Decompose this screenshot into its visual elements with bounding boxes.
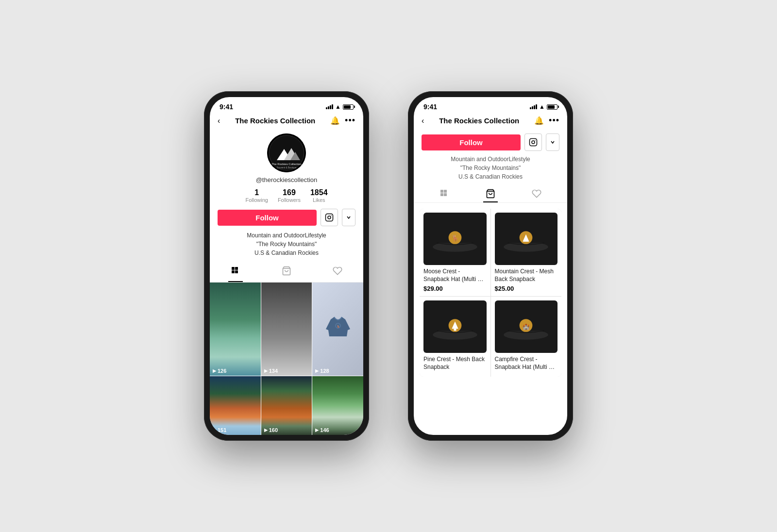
shop-tab-grid[interactable] bbox=[422, 185, 468, 202]
video-cell-4[interactable]: ▶ 151 bbox=[210, 376, 261, 435]
shop-tabs bbox=[414, 185, 567, 203]
status-time-right: 9:41 bbox=[423, 103, 437, 111]
action-row: Follow bbox=[218, 209, 355, 226]
chevron-down-icon bbox=[346, 215, 351, 220]
more-icon-left[interactable]: ••• bbox=[345, 116, 355, 126]
product-grid-container: 🦌 Moose Crest - Snapback Hat (Multi … $2… bbox=[414, 203, 567, 435]
back-button-right[interactable]: ‹ bbox=[422, 116, 424, 125]
video-cell-5[interactable]: ▶ 160 bbox=[261, 376, 312, 435]
video-count-1: ▶ 126 bbox=[213, 368, 226, 374]
product-card-2[interactable]: Mountain Crest - Mesh Back Snapback $25.… bbox=[491, 209, 562, 296]
following-count: 1 bbox=[254, 188, 259, 197]
shop-bio-line-3: U.S & Canadian Rockies bbox=[458, 173, 523, 180]
instagram-button-right[interactable] bbox=[524, 133, 542, 151]
svg-point-10 bbox=[331, 215, 332, 216]
hat-svg-1: 🦌 bbox=[431, 219, 479, 258]
product-card-1[interactable]: 🦌 Moose Crest - Snapback Hat (Multi … $2… bbox=[420, 209, 490, 296]
product-grid: 🦌 Moose Crest - Snapback Hat (Multi … $2… bbox=[420, 209, 561, 377]
tab-likes[interactable] bbox=[312, 262, 363, 282]
bell-icon-right[interactable]: 🔔 bbox=[534, 116, 544, 125]
hat-svg-2 bbox=[502, 219, 550, 258]
page-title-left: The Rockies Collection bbox=[235, 116, 315, 125]
svg-rect-22 bbox=[444, 190, 447, 193]
svg-rect-36 bbox=[454, 329, 456, 331]
shop-tab-shop[interactable] bbox=[468, 185, 514, 202]
svg-rect-23 bbox=[440, 193, 443, 196]
dropdown-button-right[interactable] bbox=[546, 133, 559, 151]
bio-line-1: Mountain and OutdoorLifestyle bbox=[247, 232, 326, 239]
product-name-3: Pine Crest - Mesh Back Snapback bbox=[423, 356, 487, 371]
svg-text:Souvenir & Boutique: Souvenir & Boutique bbox=[276, 166, 297, 169]
username: @therockiescollection bbox=[256, 176, 318, 183]
product-card-3[interactable]: Pine Crest - Mesh Back Snapback bbox=[420, 297, 490, 377]
video-cell-1[interactable]: ▶ 126 bbox=[210, 283, 261, 376]
svg-rect-24 bbox=[444, 193, 447, 196]
product-name-2: Mountain Crest - Mesh Back Snapback bbox=[495, 268, 558, 283]
svg-text:The Rockies Collection: The Rockies Collection bbox=[271, 163, 301, 166]
back-button-left[interactable]: ‹ bbox=[218, 116, 220, 125]
battery-icon-right bbox=[547, 104, 557, 110]
product-img-3 bbox=[423, 300, 487, 353]
grid-icon bbox=[231, 266, 240, 278]
video-count-4: ▶ 151 bbox=[213, 427, 226, 433]
followers-label: Followers bbox=[278, 197, 301, 203]
bio-line-2: "The Rocky Mountains" bbox=[256, 241, 317, 248]
hat-svg-3 bbox=[431, 307, 479, 346]
instagram-button[interactable] bbox=[321, 209, 338, 226]
svg-text:🦌: 🦌 bbox=[451, 233, 459, 242]
signal-icon bbox=[326, 104, 333, 109]
stats-row: 1 Following 169 Followers 1854 Likes bbox=[245, 188, 327, 203]
shop-tab-likes[interactable] bbox=[513, 185, 559, 202]
svg-text:🏰: 🏰 bbox=[523, 323, 530, 330]
header-left: ‹ The Rockies Collection 🔔 ••• bbox=[210, 114, 363, 130]
profile-section: The Rockies Collection Souvenir & Boutiq… bbox=[210, 130, 363, 262]
tab-grid[interactable] bbox=[210, 262, 261, 282]
dropdown-button[interactable] bbox=[342, 209, 355, 226]
page-title-right: The Rockies Collection bbox=[439, 116, 519, 125]
video-cell-3[interactable]: 🦌 ▶ 128 bbox=[312, 283, 363, 376]
stat-likes: 1854 Likes bbox=[310, 188, 328, 203]
more-icon-right[interactable]: ••• bbox=[549, 116, 559, 126]
product-img-2 bbox=[495, 213, 558, 265]
instagram-icon bbox=[325, 213, 334, 222]
stat-following: 1 Following bbox=[245, 188, 268, 203]
shop-icon bbox=[282, 266, 291, 278]
shop-bio-line-1: Mountain and OutdoorLifestyle bbox=[451, 156, 530, 163]
svg-rect-18 bbox=[530, 139, 537, 146]
stat-followers: 169 Followers bbox=[278, 188, 301, 203]
scene: 9:41 ▲ ‹ The Rockies Coll bbox=[0, 0, 777, 532]
svg-point-19 bbox=[532, 141, 535, 144]
bio-text: Mountain and OutdoorLifestyle "The Rocky… bbox=[247, 231, 326, 257]
svg-rect-21 bbox=[440, 190, 443, 193]
shop-tab-icon bbox=[486, 189, 495, 199]
product-price-1: $29.00 bbox=[423, 285, 487, 292]
chevron-down-icon-right bbox=[550, 140, 555, 145]
profile-tabs bbox=[210, 262, 363, 283]
likes-label: Likes bbox=[313, 197, 325, 203]
likes-count: 1854 bbox=[310, 188, 328, 197]
product-card-4[interactable]: 🏰 Campfire Crest - Snapback Hat (Multi … bbox=[491, 297, 562, 377]
wifi-icon: ▲ bbox=[335, 103, 341, 110]
follow-button-right[interactable]: Follow bbox=[422, 134, 521, 150]
video-cell-6[interactable]: ▶ 146 bbox=[312, 376, 363, 435]
bio-line-3: U.S & Canadian Rockies bbox=[254, 249, 319, 256]
product-name-4: Campfire Crest - Snapback Hat (Multi … bbox=[495, 356, 558, 371]
wifi-icon-right: ▲ bbox=[539, 103, 545, 110]
header-right: ‹ The Rockies Collection 🔔 ••• bbox=[414, 114, 567, 130]
svg-rect-8 bbox=[326, 214, 333, 221]
product-price-2: $25.00 bbox=[495, 285, 558, 292]
shop-bio: Mountain and OutdoorLifestyle "The Rocky… bbox=[414, 155, 567, 185]
status-icons-left: ▲ bbox=[326, 103, 354, 110]
bell-icon-left[interactable]: 🔔 bbox=[330, 116, 340, 125]
video-count-3: ▶ 128 bbox=[315, 368, 329, 374]
video-count-5: ▶ 160 bbox=[264, 427, 278, 433]
svg-rect-12 bbox=[235, 267, 238, 270]
svg-rect-11 bbox=[232, 267, 235, 270]
product-img-1: 🦌 bbox=[423, 213, 487, 265]
video-cell-2[interactable]: ▶ 134 bbox=[261, 283, 312, 376]
phone-left: 9:41 ▲ ‹ The Rockies Coll bbox=[204, 91, 369, 441]
status-icons-right: ▲ bbox=[530, 103, 557, 110]
follow-button[interactable]: Follow bbox=[218, 210, 317, 226]
grid-tab-icon bbox=[439, 189, 449, 199]
tab-shop[interactable] bbox=[261, 262, 312, 282]
